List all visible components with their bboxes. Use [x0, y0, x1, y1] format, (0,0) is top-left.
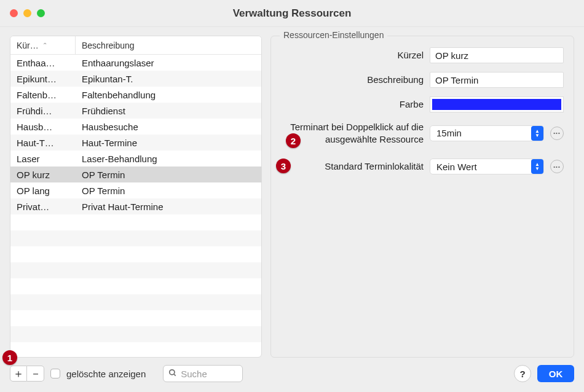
- cell-kuerzel: Laser: [10, 154, 76, 164]
- cell-beschreibung: Enthaarungslaser: [76, 58, 261, 68]
- table-body[interactable]: Enthaa…EnthaarungslaserEpikunt…Epikuntan…: [10, 55, 261, 357]
- beschreibung-label: Beschreibung: [281, 74, 424, 86]
- add-remove-group: ＋ －: [10, 366, 44, 382]
- search-placeholder: Suche: [181, 369, 207, 379]
- farbe-label: Farbe: [281, 99, 424, 111]
- content-area: Kür… ⌃ Beschreibung Enthaa…Enthaarungsla…: [0, 27, 584, 361]
- table-row[interactable]: Haut-T…Haut-Termine: [10, 135, 261, 151]
- farbe-swatch: [432, 99, 561, 110]
- cell-beschreibung: Privat Haut-Termine: [76, 202, 261, 212]
- right-column: Ressourcen-Einstellungen Kürzel Beschrei…: [270, 36, 574, 358]
- kuerzel-label: Kürzel: [281, 50, 424, 61]
- row-lokal: Standard Terminlokalität Kein Wert ▲▼ ••…: [281, 159, 564, 174]
- lokal-more-button[interactable]: •••: [550, 160, 564, 173]
- ok-button[interactable]: OK: [537, 365, 574, 382]
- table-header: Kür… ⌃ Beschreibung: [10, 36, 261, 55]
- lokal-label: Standard Terminlokalität: [281, 161, 424, 173]
- cell-kuerzel: OP lang: [10, 186, 76, 196]
- table-row[interactable]: Faltenb…Faltenbehandlung: [10, 87, 261, 103]
- table-row[interactable]: LaserLaser-Behandlung: [10, 151, 261, 167]
- select-arrows-icon: ▲▼: [531, 159, 543, 174]
- table-row-empty: [10, 230, 261, 246]
- cell-beschreibung: Hausbesuche: [76, 122, 261, 132]
- table-row[interactable]: Epikunt…Epikuntan-T.: [10, 71, 261, 87]
- window-title: Verwaltung Ressourcen: [0, 7, 584, 20]
- table-row-empty: [10, 278, 261, 294]
- select-arrows-icon: ▲▼: [531, 126, 543, 141]
- table-row[interactable]: Hausb…Hausbesuche: [10, 119, 261, 135]
- cell-beschreibung: Frühdienst: [76, 106, 261, 116]
- lokal-select[interactable]: Kein Wert ▲▼: [430, 159, 544, 174]
- cell-kuerzel: Privat…: [10, 202, 76, 212]
- kuerzel-input[interactable]: [430, 47, 564, 63]
- terminart-value: 15min: [436, 128, 462, 138]
- help-button[interactable]: ?: [514, 365, 531, 382]
- table-row[interactable]: Enthaa…Enthaarungslaser: [10, 55, 261, 71]
- search-field[interactable]: Suche: [163, 365, 243, 382]
- cell-beschreibung: Laser-Behandlung: [76, 154, 261, 164]
- show-deleted-checkbox[interactable]: [50, 369, 60, 378]
- table-row-empty: [10, 214, 261, 230]
- cell-kuerzel: Enthaa…: [10, 58, 76, 68]
- callout-3: 3: [276, 159, 291, 173]
- cell-kuerzel: Haut-T…: [10, 138, 76, 148]
- terminart-more-button[interactable]: •••: [550, 127, 564, 140]
- lokal-value: Kein Wert: [436, 162, 477, 172]
- cell-kuerzel: Epikunt…: [10, 74, 76, 84]
- cell-beschreibung: OP Termin: [76, 186, 261, 196]
- resource-table: Kür… ⌃ Beschreibung Enthaa…Enthaarungsla…: [10, 36, 262, 358]
- table-row-empty: [10, 246, 261, 262]
- column-header-kuerzel-label: Kür…: [17, 41, 39, 50]
- svg-line-1: [174, 374, 176, 375]
- column-header-kuerzel[interactable]: Kür… ⌃: [10, 36, 76, 54]
- titlebar: Verwaltung Ressourcen: [0, 0, 584, 27]
- table-row-empty: [10, 262, 261, 278]
- cell-beschreibung: Haut-Termine: [76, 138, 261, 148]
- remove-button[interactable]: －: [27, 366, 44, 382]
- table-row[interactable]: OP langOP Termin: [10, 182, 261, 198]
- cell-kuerzel: Hausb…: [10, 122, 76, 132]
- show-deleted-label: gelöschte anzeigen: [66, 369, 146, 379]
- table-row[interactable]: Frühdi…Frühdienst: [10, 103, 261, 119]
- cell-beschreibung: OP Termin: [76, 170, 261, 180]
- row-farbe: Farbe: [281, 96, 564, 112]
- farbe-picker[interactable]: [430, 96, 564, 112]
- settings-panel: Ressourcen-Einstellungen Kürzel Beschrei…: [270, 36, 574, 358]
- svg-point-0: [170, 369, 175, 374]
- terminart-label: Terminart bei Doppelklick auf die ausgew…: [281, 121, 424, 145]
- sort-ascending-icon: ⌃: [42, 42, 47, 49]
- callout-1: 1: [2, 350, 17, 365]
- beschreibung-input[interactable]: [430, 72, 564, 88]
- callout-2: 2: [286, 133, 301, 148]
- cell-beschreibung: Epikuntan-T.: [76, 74, 261, 84]
- footer-bar: ＋ － gelöschte anzeigen Suche ? OK: [0, 361, 584, 392]
- add-button[interactable]: ＋: [10, 366, 27, 382]
- terminart-select[interactable]: 15min ▲▼: [430, 125, 544, 141]
- column-header-beschreibung-label: Beschreibung: [82, 41, 135, 50]
- row-terminart: Terminart bei Doppelklick auf die ausgew…: [281, 121, 564, 145]
- cell-kuerzel: Frühdi…: [10, 106, 76, 116]
- cell-kuerzel: OP kurz: [10, 170, 76, 180]
- settings-legend: Ressourcen-Einstellungen: [280, 30, 387, 40]
- table-row[interactable]: Privat…Privat Haut-Termine: [10, 198, 261, 214]
- search-icon: [168, 369, 177, 379]
- table-row-empty: [10, 310, 261, 326]
- row-kuerzel: Kürzel: [281, 47, 564, 63]
- column-header-beschreibung[interactable]: Beschreibung: [76, 36, 261, 54]
- table-row-empty: [10, 326, 261, 342]
- row-beschreibung: Beschreibung: [281, 72, 564, 88]
- table-row[interactable]: OP kurzOP Termin: [10, 167, 261, 182]
- cell-kuerzel: Faltenb…: [10, 90, 76, 100]
- cell-beschreibung: Faltenbehandlung: [76, 90, 261, 100]
- table-row-empty: [10, 294, 261, 310]
- window: Verwaltung Ressourcen Kür… ⌃ Beschreibun…: [0, 0, 584, 392]
- left-column: Kür… ⌃ Beschreibung Enthaa…Enthaarungsla…: [10, 36, 262, 358]
